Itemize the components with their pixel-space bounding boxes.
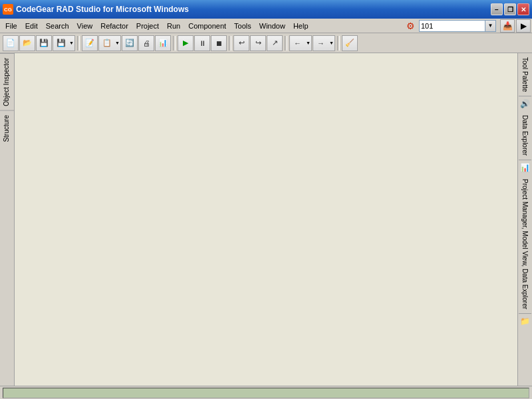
toolbar-saveall-button[interactable]: 💾 — [53, 35, 68, 51]
toolbar-forward-arrow[interactable]: ▼ — [329, 35, 335, 51]
menu-component[interactable]: Component — [184, 21, 230, 31]
menu-right: ⚙ ▼ 📥 ▶ — [406, 19, 531, 33]
main-area: Object Inspector Structure Tool Palette … — [0, 53, 532, 386]
menu-project[interactable]: Project — [132, 21, 163, 31]
restore-button[interactable]: ❐ — [504, 3, 516, 15]
title-left: CG CodeGear RAD Studio for Microsoft Win… — [3, 4, 189, 15]
toolbar-open-button[interactable]: 📂 — [19, 35, 35, 51]
toolbar-openunit-arrow[interactable]: ▼ — [114, 35, 121, 51]
menu-window[interactable]: Window — [255, 21, 289, 31]
toolbar-back-group: ← ▼ — [289, 35, 312, 51]
left-tab-object-inspector[interactable]: Object Inspector — [0, 53, 14, 110]
toolbar-back-arrow[interactable]: ▼ — [305, 35, 312, 51]
toolbar-sep-2 — [173, 36, 176, 51]
right-tab-project-manager[interactable]: Project Manager, Model View, Data Explor… — [519, 175, 531, 314]
toolbar-openunit-button[interactable]: 📋 — [98, 35, 114, 51]
menu-icon-btn-2[interactable]: ▶ — [516, 19, 531, 33]
menu-icon-btn-1[interactable]: 📥 — [500, 19, 515, 33]
close-button[interactable]: ✕ — [517, 3, 529, 15]
menu-file[interactable]: File — [1, 21, 21, 31]
minimize-button[interactable]: − — [491, 3, 503, 15]
left-panel: Object Inspector Structure — [0, 53, 15, 386]
toolbar-stepover-button[interactable]: ↩ — [233, 35, 249, 51]
menu-search[interactable]: Search — [42, 21, 73, 31]
toolbar-sep-3 — [229, 36, 231, 51]
toolbar: 📄 📂 💾 💾 ▼ 📝 📋 ▼ 🔄 🖨 📊 ▶ ⏸ ⏹ ↩ ↪ ↗ ← ▼ → … — [0, 33, 532, 53]
toolbar-sep-4 — [285, 36, 287, 51]
toolbar-stepinto-button[interactable]: ↪ — [250, 35, 266, 51]
toolbar-toggle-button[interactable]: 🔄 — [122, 35, 138, 51]
search-input[interactable] — [419, 20, 485, 32]
toolbar-clear-button[interactable]: 🧹 — [342, 35, 358, 51]
menu-tools[interactable]: Tools — [230, 21, 255, 31]
menu-refactor[interactable]: Refactor — [96, 21, 132, 31]
menu-edit[interactable]: Edit — [21, 21, 42, 31]
status-bar-text — [3, 388, 529, 398]
toolbar-addunit-button[interactable]: 📝 — [82, 35, 98, 51]
toolbar-stop-button[interactable]: ⏹ — [211, 35, 227, 51]
title-bar: CG CodeGear RAD Studio for Microsoft Win… — [0, 0, 532, 19]
toolbar-forward-button[interactable]: → — [313, 35, 329, 51]
search-box-container: ▼ — [419, 20, 496, 32]
menu-help[interactable]: Help — [289, 21, 313, 31]
menu-run[interactable]: Run — [163, 21, 184, 31]
center-area[interactable] — [15, 53, 517, 386]
left-tab-structure[interactable]: Structure — [0, 110, 14, 146]
right-icon-audio: 🔊 — [519, 98, 531, 110]
right-tab-tool-palette[interactable]: Tool Palette — [519, 53, 531, 96]
toolbar-openunit-group: 📋 ▼ — [98, 35, 121, 51]
toolbar-browse-button[interactable]: 📊 — [155, 35, 171, 51]
toolbar-run-button[interactable]: ▶ — [178, 35, 194, 51]
toolbar-pause-button[interactable]: ⏸ — [194, 35, 210, 51]
right-icon-extra: 📁 — [519, 315, 531, 327]
right-icon-chart: 📊 — [519, 162, 531, 174]
toolbar-back-button[interactable]: ← — [289, 35, 305, 51]
search-dropdown-button[interactable]: ▼ — [485, 20, 496, 32]
toolbar-stepout-button[interactable]: ↗ — [267, 35, 283, 51]
toolbar-saveall-arrow[interactable]: ▼ — [68, 35, 75, 51]
right-panel: Tool Palette 🔊 Data Explorer 📊 Project M… — [517, 53, 532, 386]
toolbar-new-button[interactable]: 📄 — [3, 35, 19, 51]
title-buttons: − ❐ ✕ — [491, 3, 529, 15]
gear-icon: ⚙ — [406, 21, 415, 31]
toolbar-sep-1 — [77, 36, 80, 51]
app-icon: CG — [3, 4, 13, 15]
toolbar-save-button[interactable]: 💾 — [36, 35, 52, 51]
toolbar-newform-button[interactable]: 🖨 — [138, 35, 154, 51]
toolbar-sep-5 — [337, 36, 340, 51]
toolbar-saveall-group: 💾 ▼ — [53, 35, 75, 51]
right-tab-data-explorer[interactable]: Data Explorer — [519, 111, 531, 160]
toolbar-forward-group: → ▼ — [313, 35, 335, 51]
menu-bar: File Edit Search View Refactor Project R… — [0, 19, 532, 33]
status-bar — [0, 386, 532, 399]
menu-view[interactable]: View — [73, 21, 97, 31]
title-text: CodeGear RAD Studio for Microsoft Window… — [16, 5, 189, 14]
